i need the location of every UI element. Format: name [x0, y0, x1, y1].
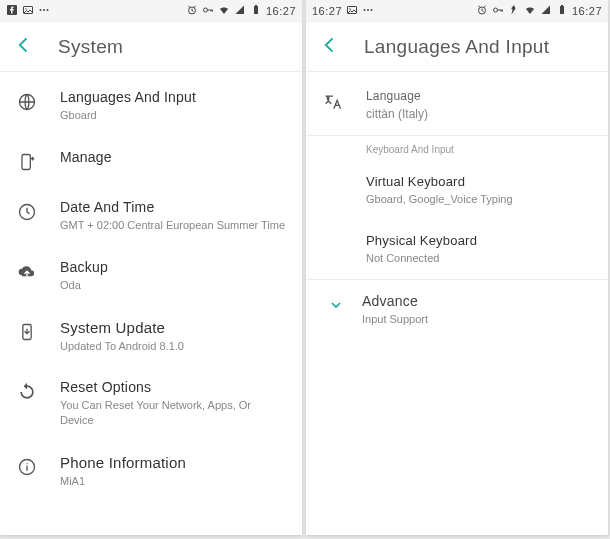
svg-point-18 [367, 9, 369, 11]
back-button[interactable] [14, 35, 34, 59]
row-sub: You Can Reset Your Network, Apps, Or Dev… [60, 398, 286, 428]
svg-rect-8 [254, 6, 258, 14]
signal-icon [540, 4, 552, 18]
cloud-upload-icon [16, 261, 38, 283]
svg-point-16 [349, 8, 351, 10]
row-sub: Gboard [60, 108, 286, 123]
svg-point-4 [43, 9, 45, 11]
row-value: Not Connected [366, 251, 592, 266]
row-manage[interactable]: Manage [0, 136, 302, 186]
image-icon [22, 4, 34, 18]
settings-list: Languages And Input Gboard Manage Date A… [0, 72, 302, 535]
row-virtual-keyboard[interactable]: Virtual Keyboard Gboard, Google_Voice Ty… [306, 161, 608, 220]
key-icon [492, 4, 504, 18]
svg-point-19 [371, 9, 373, 11]
status-time: 16:27 [572, 5, 602, 17]
svg-point-17 [364, 9, 366, 11]
row-languages-input[interactable]: Languages And Input Gboard [0, 76, 302, 136]
row-title: Advance [362, 293, 592, 309]
row-title: Physical Keyboard [366, 233, 592, 248]
back-button[interactable] [320, 35, 340, 59]
alarm-icon [186, 4, 198, 18]
row-system-update[interactable]: System Update Updated To Android 8.1.0 [0, 306, 302, 367]
row-sub: GMT + 02:00 Central European Summer Time [60, 218, 286, 233]
row-value: Input Support [362, 312, 592, 327]
svg-point-2 [25, 8, 27, 10]
alarm-icon [476, 4, 488, 18]
page-title: System [58, 36, 123, 58]
phone-left: 16:27 System Languages And Input Gboard … [0, 0, 302, 535]
battery-icon [556, 4, 568, 18]
info-icon [16, 456, 38, 478]
globe-icon [16, 91, 38, 113]
svg-point-3 [40, 9, 42, 11]
status-bar: 16:27 [0, 0, 302, 22]
lang-input-list: Language cittàn (Italy) Keyboard And Inp… [306, 72, 608, 535]
row-language[interactable]: Language cittàn (Italy) [306, 76, 608, 135]
status-time-left: 16:27 [312, 5, 342, 17]
image-icon [346, 4, 358, 18]
row-advance[interactable]: Advance Input Support [306, 280, 608, 340]
row-value: Gboard, Google_Voice Typing [366, 192, 592, 207]
row-title: Languages And Input [60, 89, 286, 105]
svg-rect-11 [22, 154, 30, 169]
key-icon [202, 4, 214, 18]
appbar-left: System [0, 22, 302, 72]
signal-icon [234, 4, 246, 18]
status-bar: 16:27 16:27 [306, 0, 608, 22]
phone-right: 16:27 16:27 Languages And Input Language… [306, 0, 608, 535]
clock-icon [16, 201, 38, 223]
restore-icon [16, 381, 38, 403]
battery-icon [250, 4, 262, 18]
row-title: Virtual Keyboard [366, 174, 592, 189]
more-icon [362, 4, 374, 18]
chevron-down-icon [326, 295, 346, 315]
wifi-icon [524, 4, 536, 18]
translate-icon [322, 91, 344, 113]
row-title: System Update [60, 319, 286, 336]
phone-update-icon [16, 321, 38, 343]
row-physical-keyboard[interactable]: Physical Keyboard Not Connected [306, 220, 608, 279]
row-title: Manage [60, 149, 286, 165]
status-time: 16:27 [266, 5, 296, 17]
row-backup[interactable]: Backup Oda [0, 246, 302, 306]
svg-point-5 [47, 9, 49, 11]
svg-point-7 [203, 8, 207, 12]
svg-rect-9 [255, 5, 257, 6]
row-title: Reset Options [60, 379, 286, 395]
row-sub: Updated To Android 8.1.0 [60, 339, 286, 354]
row-title: Date And Time [60, 199, 286, 215]
row-reset-options[interactable]: Reset Options You Can Reset Your Network… [0, 366, 302, 441]
section-keyboard-input: Keyboard And Input [306, 136, 608, 161]
page-title: Languages And Input [364, 36, 549, 58]
appbar-right: Languages And Input [306, 22, 608, 72]
svg-point-21 [493, 8, 497, 12]
location-icon [508, 4, 520, 18]
row-title: Backup [60, 259, 286, 275]
row-phone-information[interactable]: Phone Information MiA1 [0, 441, 302, 502]
wifi-icon [218, 4, 230, 18]
svg-rect-23 [561, 5, 563, 6]
phone-arrow-icon [16, 151, 38, 173]
row-value: cittàn (Italy) [366, 106, 592, 122]
row-date-time[interactable]: Date And Time GMT + 02:00 Central Europe… [0, 186, 302, 246]
row-sub: MiA1 [60, 474, 286, 489]
row-sub: Oda [60, 278, 286, 293]
more-icon [38, 4, 50, 18]
row-title: Phone Information [60, 454, 286, 471]
facebook-icon [6, 4, 18, 18]
svg-rect-22 [560, 6, 564, 14]
row-title: Language [366, 89, 592, 103]
